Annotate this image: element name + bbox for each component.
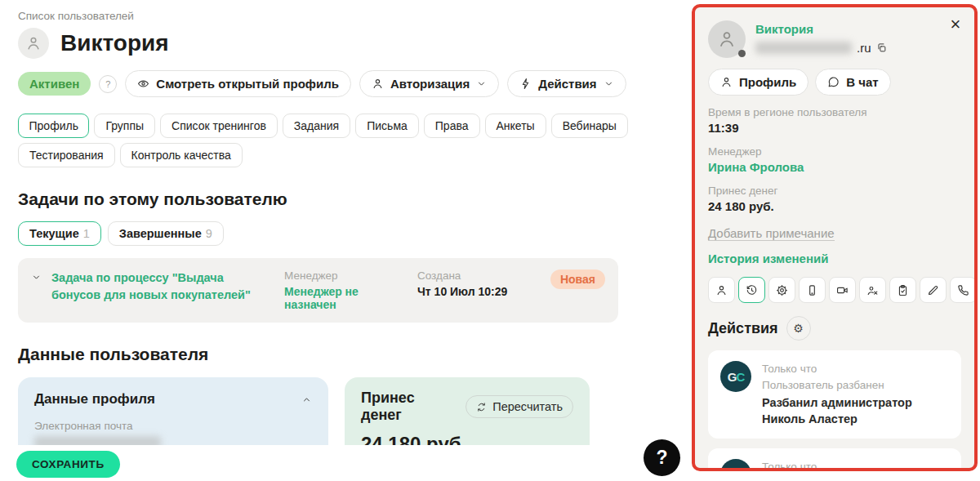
task-manager-label: Менеджер (284, 269, 408, 282)
status-help-icon[interactable]: ? (99, 75, 117, 93)
event-time: Только что (762, 361, 949, 377)
task-created-label: Создана (417, 269, 541, 282)
filter-completed[interactable]: Завершенные 9 (108, 221, 224, 246)
chevron-down-icon (604, 78, 614, 89)
filter-current[interactable]: Текущие 1 (18, 221, 101, 246)
video-camera-icon[interactable] (829, 277, 856, 303)
eye-icon (137, 78, 149, 90)
region-time-label: Время в регионе пользователя (708, 106, 961, 118)
sidebar-user-name[interactable]: Виктория (755, 22, 887, 36)
close-icon[interactable]: × (947, 16, 964, 33)
sidebar-avatar (708, 20, 746, 58)
person-icon (720, 76, 733, 88)
add-note-link[interactable]: Добавить примечание (708, 226, 835, 241)
sidebar-email-blurred (755, 42, 852, 54)
event-action: Пользователь разбанен (762, 377, 949, 394)
money-label: Принес денег (708, 185, 961, 197)
gc-logo: GC (720, 361, 751, 392)
tab-letters[interactable]: Письма (355, 114, 419, 138)
main-content: Список пользователей Виктория Активен ? … (0, 0, 693, 481)
lightning-icon (519, 78, 532, 90)
filter-current-count: 1 (83, 227, 90, 240)
gc-logo: GC (720, 459, 751, 471)
task-card[interactable]: Задача по процессу "Выдача бонусов для н… (18, 258, 618, 323)
tab-trainings[interactable]: Список тренингов (160, 114, 278, 138)
history-icon[interactable] (738, 277, 765, 303)
tab-surveys[interactable]: Анкеты (485, 114, 546, 138)
tab-rights[interactable]: Права (424, 114, 480, 138)
filter-completed-count: 9 (206, 227, 212, 240)
task-manager-value[interactable]: Менеджер не назначен (284, 285, 408, 311)
tasks-heading: Задачи по этому пользователю (18, 189, 693, 209)
chevron-down-icon[interactable] (31, 272, 42, 283)
tab-assignments[interactable]: Задания (283, 114, 350, 138)
chevron-up-icon[interactable] (301, 394, 312, 405)
activity-card[interactable]: GC Только что Пользователь забанен Забан… (708, 448, 961, 471)
region-time-value: 11:39 (708, 121, 961, 135)
gear-icon[interactable]: ⚙ (786, 316, 811, 341)
person-icon (372, 78, 384, 90)
refresh-icon (476, 402, 487, 412)
tab-profile[interactable]: Профиль (18, 114, 89, 138)
clipboard-icon[interactable] (889, 277, 916, 303)
person-icon (25, 35, 42, 51)
help-button[interactable]: ? (644, 439, 680, 476)
user-data-heading: Данные пользователя (18, 345, 693, 364)
sidebar-profile-button[interactable]: Профиль (708, 69, 808, 96)
activity-card[interactable]: GC Только что Пользователь разбанен Разб… (708, 350, 961, 439)
tab-webinars[interactable]: Вебинары (551, 114, 628, 138)
event-time: Только что (762, 459, 949, 471)
sticky-footer: СОХРАНИТЬ (0, 445, 693, 481)
task-title[interactable]: Задача по процессу "Выдача бонусов для н… (51, 269, 274, 304)
status-badge: Активен (18, 72, 91, 96)
chat-bubble-icon (827, 76, 840, 88)
profile-tabs: Профиль Группы Список тренингов Задания … (18, 114, 653, 167)
mobile-icon[interactable] (799, 277, 826, 303)
money-value: 24 180 руб. (708, 199, 961, 213)
sidebar-email-suffix: .ru (857, 41, 871, 55)
manager-label: Менеджер (708, 145, 961, 158)
save-button[interactable]: СОХРАНИТЬ (16, 451, 120, 478)
money-card-title: Принес денег (361, 390, 456, 424)
user-icon[interactable] (708, 277, 735, 303)
user-avatar (18, 28, 49, 59)
pencil-icon[interactable] (920, 277, 947, 303)
history-link[interactable]: История изменений (708, 252, 961, 265)
task-status-badge: Новая (550, 269, 605, 289)
email-label: Электронная почта (34, 420, 312, 432)
copy-icon[interactable] (876, 42, 887, 53)
tab-quality-control[interactable]: Контроль качества (120, 143, 243, 167)
task-created-value: Чт 10 Июл 10:29 (417, 285, 541, 298)
recalculate-button[interactable]: Пересчитать (466, 395, 573, 418)
sidebar-chat-button[interactable]: В чат (815, 69, 890, 96)
event-description: Разбанил администратор Николь Аластер (762, 394, 949, 428)
referral-icon[interactable] (859, 277, 886, 303)
user-info-panel: × Виктория .ru Профиль В чат Время в рег… (692, 4, 978, 471)
view-open-profile-button[interactable]: Смотреть открытый профиль (125, 70, 351, 97)
status-dot (738, 50, 746, 57)
phone-icon[interactable] (950, 277, 977, 303)
chevron-down-icon (476, 78, 487, 89)
quick-actions-row (708, 277, 961, 303)
actions-heading: Действия (708, 320, 778, 337)
settings-percent-icon[interactable] (768, 277, 795, 303)
person-icon (717, 29, 737, 49)
profile-card-title: Данные профиля (34, 391, 155, 408)
tab-testing[interactable]: Тестирования (18, 143, 115, 167)
breadcrumb[interactable]: Список пользователей (18, 10, 693, 22)
actions-dropdown[interactable]: Действия (507, 70, 626, 97)
tab-groups[interactable]: Группы (94, 114, 155, 138)
authorization-dropdown[interactable]: Авторизация (359, 70, 499, 97)
page-title: Виктория (60, 30, 169, 56)
manager-value[interactable]: Ирина Фролова (708, 160, 961, 174)
